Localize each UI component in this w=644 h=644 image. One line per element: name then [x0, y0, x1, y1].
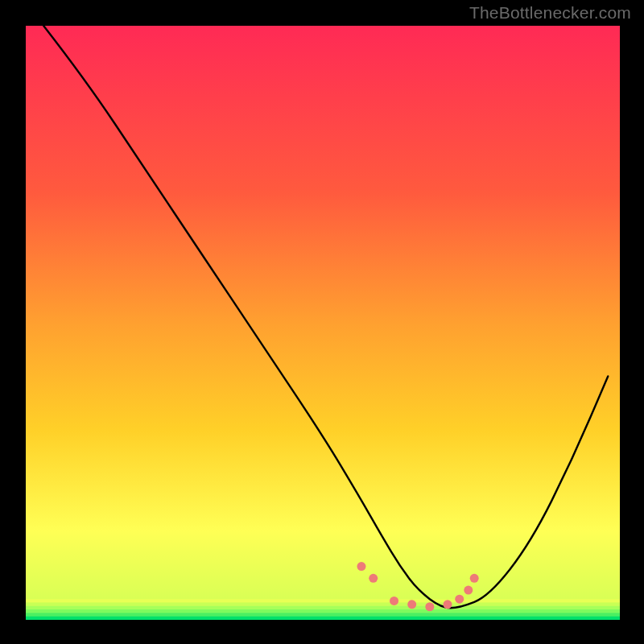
svg-rect-5	[26, 613, 620, 617]
valley-marker	[425, 602, 434, 611]
watermark-label: TheBottlenecker.com	[469, 3, 631, 23]
valley-marker	[470, 574, 479, 583]
valley-marker	[455, 595, 464, 604]
bottleneck-curve-plot	[26, 26, 620, 620]
valley-marker	[390, 597, 398, 605]
svg-rect-2	[26, 602, 620, 606]
valley-marker	[407, 600, 416, 609]
svg-rect-3	[26, 606, 620, 610]
valley-marker	[357, 562, 365, 571]
svg-rect-1	[26, 599, 620, 603]
valley-marker	[369, 574, 378, 583]
svg-rect-4	[26, 609, 620, 613]
svg-rect-0	[26, 26, 620, 620]
plot-svg	[26, 26, 620, 620]
svg-rect-6	[26, 617, 620, 620]
chart-frame: TheBottlenecker.com	[0, 0, 644, 644]
valley-marker	[464, 586, 473, 595]
valley-marker	[443, 600, 452, 609]
